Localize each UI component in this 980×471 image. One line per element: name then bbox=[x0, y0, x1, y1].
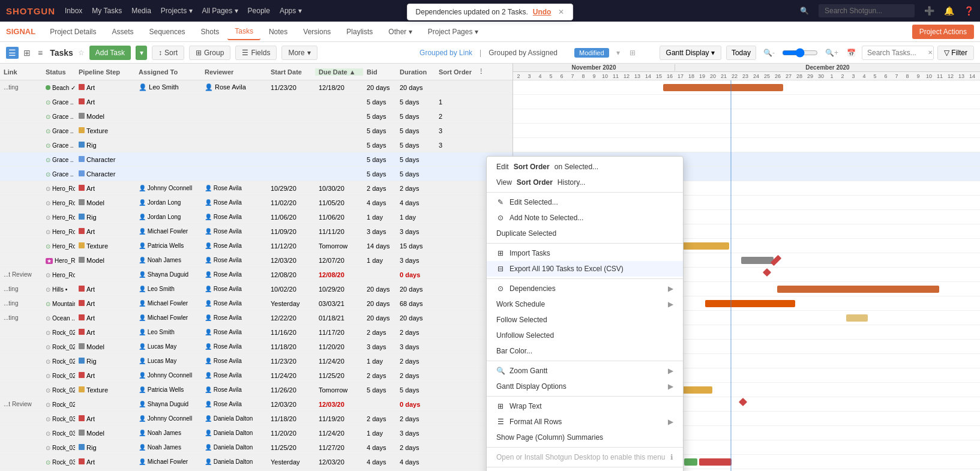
help-icon[interactable]: ❓ bbox=[964, 6, 974, 16]
grouped-by-assigned-label[interactable]: Grouped by Assigned bbox=[488, 49, 558, 57]
col-header-due[interactable]: Due Date ▲ bbox=[315, 68, 363, 76]
ctx-add-note[interactable]: ⊙ Add Note to Selected... bbox=[487, 210, 683, 226]
col-header-bid[interactable]: Bid bbox=[363, 68, 396, 76]
nav-notes[interactable]: Notes bbox=[262, 24, 295, 40]
ctx-zoom-gantt[interactable]: 🔍 Zoom Gantt ▶ bbox=[487, 363, 683, 379]
table-row[interactable]: ★ Hero_Ro.. Model 👤 Noah James 👤 Rose Av… bbox=[0, 253, 513, 268]
nav-project-details[interactable]: Project Details bbox=[43, 24, 103, 40]
ctx-wrap-text[interactable]: ⊞ Wrap Text bbox=[487, 398, 683, 414]
table-row[interactable]: ⊙ Hero_Ro.. Art 👤 Johnny Oconnell 👤 Rose… bbox=[0, 181, 513, 196]
nav-shots[interactable]: Shots bbox=[194, 24, 227, 40]
notification-close-icon[interactable]: ✕ bbox=[558, 8, 564, 16]
nav-my-tasks[interactable]: My Tasks bbox=[92, 7, 122, 15]
table-row[interactable]: ⊙ Hero_Ro.. Model 👤 Jordan Long 👤 Rose A… bbox=[0, 196, 513, 210]
favorite-icon[interactable]: ☆ bbox=[78, 49, 85, 57]
table-row[interactable]: ...t Review ⊙ Hero_Ro.. 👤 Shayna Duguid … bbox=[0, 268, 513, 282]
nav-other[interactable]: Other ▾ bbox=[381, 24, 419, 40]
modified-dropdown[interactable]: ▾ bbox=[616, 49, 620, 57]
table-row[interactable]: ...ting Beach ✓ Art 👤 Leo Smith 👤 Rose A… bbox=[0, 80, 513, 95]
search-input[interactable] bbox=[819, 4, 915, 17]
grouped-by-link[interactable]: Grouped by Link bbox=[419, 49, 472, 57]
table-row[interactable]: ...ting ⊙ Mountain.. Art 👤 Michael Fowle… bbox=[0, 296, 513, 311]
col-header-status[interactable]: Status bbox=[42, 68, 75, 76]
table-row[interactable]: ⊙ Hero_Ro.. Art 👤 Michael Fowler 👤 Rose … bbox=[0, 224, 513, 239]
fields-button[interactable]: ☰ Fields bbox=[235, 46, 277, 60]
table-row[interactable]: ⊙ Rock_02 • Texture 👤 Patricia Wells 👤 R… bbox=[0, 383, 513, 397]
nav-sequences[interactable]: Sequences bbox=[142, 24, 193, 40]
ctx-bar-color[interactable]: Bar Color... bbox=[487, 343, 683, 359]
table-row[interactable]: ⊙ Hero_Ro.. Texture 👤 Patricia Wells 👤 R… bbox=[0, 239, 513, 253]
grid-view-icon[interactable]: ⊞ bbox=[21, 47, 33, 59]
ctx-unfollow-selected[interactable]: Unfollow Selected bbox=[487, 328, 683, 343]
list-view-icon[interactable]: ☰ bbox=[6, 47, 19, 59]
table-row[interactable]: ⊙ Grace .. Model 5 days 5 days 2 bbox=[0, 109, 513, 124]
table-row[interactable]: ⊙ Hero_Ro.. Rig 👤 Jordan Long 👤 Rose Avi… bbox=[0, 210, 513, 224]
ctx-view-sort-order-history[interactable]: View Sort Order History... bbox=[487, 175, 683, 190]
undo-link[interactable]: Undo bbox=[533, 8, 552, 16]
project-actions-button[interactable]: Project Actions bbox=[912, 25, 974, 39]
table-row[interactable]: ⊙ Rock_03 • Art 👤 Michael Fowler 👤 Danie… bbox=[0, 455, 513, 469]
more-button[interactable]: More ▾ bbox=[281, 46, 317, 60]
nav-people[interactable]: People bbox=[248, 7, 270, 15]
nav-versions[interactable]: Versions bbox=[296, 24, 338, 40]
col-header-link[interactable]: Link bbox=[0, 68, 42, 76]
nav-tasks[interactable]: Tasks bbox=[227, 23, 260, 40]
clear-search-icon[interactable]: ✕ bbox=[928, 49, 933, 56]
nav-assets[interactable]: Assets bbox=[105, 24, 141, 40]
ctx-edit-sort-order[interactable]: Edit Sort Order on Selected... bbox=[487, 159, 683, 175]
gantt-display-button[interactable]: Gantt Display ▾ bbox=[660, 46, 721, 60]
nav-all-pages[interactable]: All Pages ▾ bbox=[202, 7, 238, 15]
table-row[interactable]: ⊙ Rock_02 • Model 👤 Lucas May 👤 Rose Avi… bbox=[0, 340, 513, 354]
zoom-slider[interactable] bbox=[782, 48, 818, 58]
table-row[interactable]: ...ting ⊙ Hills • Art 👤 Leo Smith 👤 Rose… bbox=[0, 282, 513, 296]
ctx-export-tasks[interactable]: ⊟ Export All 190 Tasks to Excel (CSV) bbox=[487, 261, 683, 277]
table-row[interactable]: ⊙ Grace .. Character 5 days 5 days bbox=[0, 152, 513, 167]
table-row[interactable]: ⊙ Grace .. Character 5 days 5 days bbox=[0, 167, 513, 181]
calendar-icon[interactable]: 📅 bbox=[847, 49, 856, 57]
filter-button[interactable]: ▽ Filter bbox=[937, 46, 974, 60]
table-row[interactable]: ⊙ Grace .. Rig 5 days 5 days 3 bbox=[0, 138, 513, 152]
today-button[interactable]: Today bbox=[726, 46, 756, 60]
table-row[interactable]: ⊙ Rock_03 • Art 👤 Johnny Oconnell 👤 Dani… bbox=[0, 412, 513, 426]
ctx-gantt-display-options[interactable]: Gantt Display Options ▶ bbox=[487, 379, 683, 394]
table-row[interactable]: ⊙ Grace .. Texture 5 days 5 days 3 bbox=[0, 124, 513, 138]
table-row[interactable]: ⊙ Rock_03 • Rig 👤 Noah James 👤 Daniela D… bbox=[0, 440, 513, 455]
col-header-duration[interactable]: Duration bbox=[396, 68, 435, 76]
col-header-sort[interactable]: Sort Order bbox=[435, 68, 474, 76]
zoom-in-icon[interactable]: 🔍+ bbox=[825, 49, 838, 57]
ctx-import-tasks[interactable]: ⊞ Import Tasks bbox=[487, 245, 683, 261]
col-header-assigned[interactable]: Assigned To bbox=[135, 68, 201, 76]
ctx-edit-selected[interactable]: ✎ Edit Selected... bbox=[487, 194, 683, 210]
ctx-dependencies[interactable]: ⊙ Dependencies ▶ bbox=[487, 281, 683, 296]
add-icon[interactable]: ➕ bbox=[924, 6, 934, 16]
table-row[interactable]: ⊙ Grace .. Art 5 days 5 days 1 bbox=[0, 95, 513, 109]
zoom-out-icon[interactable]: 🔍- bbox=[763, 49, 775, 57]
nav-inbox[interactable]: Inbox bbox=[65, 7, 82, 15]
nav-project-pages[interactable]: Project Pages ▾ bbox=[421, 24, 485, 40]
group-button[interactable]: ⊞ Group bbox=[189, 46, 230, 60]
col-header-pipeline[interactable]: Pipeline Step bbox=[75, 68, 135, 76]
table-row[interactable]: ⊙ Rock_02 • Art 👤 Johnny Oconnell 👤 Rose… bbox=[0, 368, 513, 383]
nav-apps[interactable]: Apps ▾ bbox=[280, 7, 302, 15]
table-row[interactable]: ...t Review ⊙ Rock_02 • 👤 Shayna Duguid … bbox=[0, 397, 513, 412]
nav-media[interactable]: Media bbox=[131, 7, 151, 15]
search-tasks-input[interactable] bbox=[862, 46, 934, 60]
table-row[interactable]: ⊙ Rock_02 • Rig 👤 Lucas May 👤 Rose Avila… bbox=[0, 354, 513, 368]
add-task-dropdown[interactable]: ▾ bbox=[136, 46, 147, 60]
ctx-show-summaries[interactable]: Show Page (Column) Summaries bbox=[487, 430, 683, 445]
nav-projects[interactable]: Projects ▾ bbox=[161, 7, 193, 15]
col-header-start[interactable]: Start Date bbox=[267, 68, 315, 76]
table-row[interactable]: ...ting ⊙ Ocean .. Art 👤 Michael Fowler … bbox=[0, 311, 513, 325]
view-options[interactable]: ⊞ bbox=[630, 49, 636, 57]
ctx-format-all-rows[interactable]: ☰ Format All Rows ▶ bbox=[487, 414, 683, 430]
table-row[interactable]: ⊙ Rock_03 • Model 👤 Noah James 👤 Daniela… bbox=[0, 426, 513, 440]
add-task-button[interactable]: Add Task bbox=[89, 46, 131, 60]
ctx-duplicate[interactable]: Duplicate Selected bbox=[487, 226, 683, 241]
col-header-reviewer[interactable]: Reviewer bbox=[201, 68, 267, 76]
table-row[interactable]: ⊙ Rock_02 • Art 👤 Leo Smith 👤 Rose Avila… bbox=[0, 325, 513, 340]
ctx-follow-selected[interactable]: Follow Selected bbox=[487, 312, 683, 328]
ctx-work-schedule[interactable]: Work Schedule ▶ bbox=[487, 296, 683, 312]
sort-button[interactable]: ↕ Sort bbox=[152, 46, 184, 60]
detail-view-icon[interactable]: ≡ bbox=[35, 47, 45, 59]
bell-icon[interactable]: 🔔 bbox=[944, 6, 954, 16]
